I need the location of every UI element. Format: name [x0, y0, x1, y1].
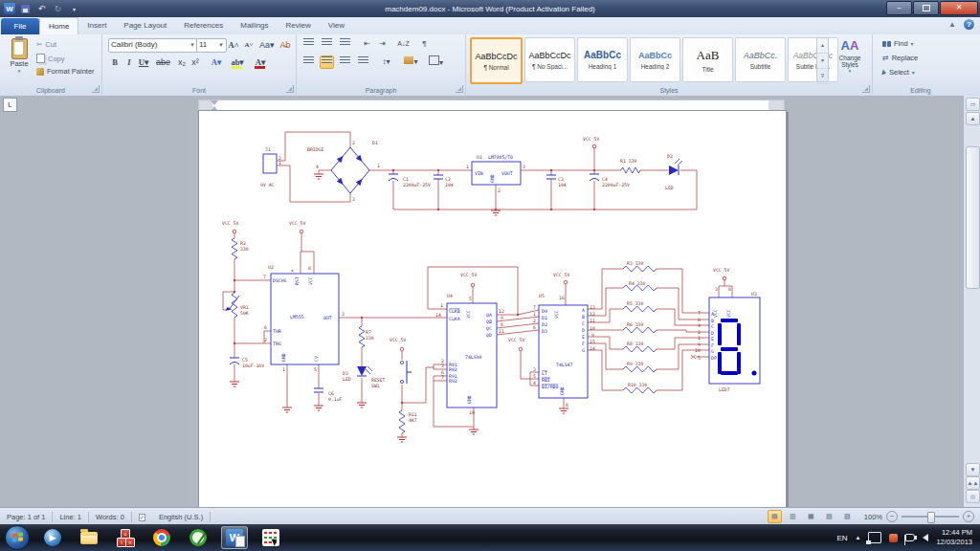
- paste-button[interactable]: Paste ▾: [4, 37, 34, 83]
- previous-page-button[interactable]: ▲▲: [966, 476, 980, 490]
- proofing-status[interactable]: ✓: [132, 513, 152, 521]
- line-spacing-button[interactable]: ↕▾: [379, 55, 393, 69]
- fullscreen-view-button[interactable]: ▥: [786, 510, 800, 523]
- language-indicator[interactable]: English (U.S.): [152, 513, 210, 521]
- bullets-button[interactable]: [301, 37, 316, 51]
- text-effects-button[interactable]: A▾: [210, 55, 223, 69]
- audio-app-icon[interactable]: [889, 534, 898, 542]
- taskbar-green-app[interactable]: [185, 526, 212, 549]
- taskbar-keyboard-app[interactable]: uin: [112, 526, 139, 549]
- web-layout-view-button[interactable]: ▦: [804, 510, 818, 523]
- line-indicator[interactable]: Line: 1: [53, 513, 88, 521]
- tab-mailings[interactable]: Mailings: [232, 17, 277, 33]
- minimize-button[interactable]: –: [886, 1, 912, 15]
- borders-button[interactable]: ▾: [429, 55, 443, 69]
- select-browse-object-button[interactable]: ◎: [966, 490, 980, 503]
- justify-button[interactable]: [356, 55, 370, 69]
- clipboard-dialog-launcher[interactable]: [92, 85, 100, 93]
- numbering-button[interactable]: [320, 37, 334, 51]
- word-app-icon[interactable]: W: [4, 3, 15, 14]
- undo-button[interactable]: ↶: [35, 3, 48, 14]
- style-chip-title[interactable]: AaBTitle: [682, 37, 733, 82]
- show-marks-button[interactable]: ¶: [417, 37, 432, 51]
- scroll-up-button[interactable]: ▲: [966, 112, 980, 125]
- taskbar-schematic-app[interactable]: [257, 526, 284, 549]
- scroll-down-button[interactable]: ▼: [966, 463, 980, 476]
- help-button[interactable]: ?: [964, 19, 974, 30]
- replace-button[interactable]: ⇄ Replace: [882, 54, 918, 62]
- style-chip-h1[interactable]: AaBbCcHeading 1: [577, 37, 628, 82]
- align-right-button[interactable]: [338, 55, 352, 69]
- page-indicator[interactable]: Page: 1 of 1: [0, 513, 52, 521]
- multilevel-list-button[interactable]: [338, 37, 352, 51]
- document-page[interactable]: J19V AC21BRIDGED14213C12200uF-25VC2104U1…: [198, 110, 787, 509]
- vertical-scrollbar[interactable]: ▭ ▲ ▼ ▲▲ ◎: [963, 96, 980, 507]
- tab-review[interactable]: Review: [278, 17, 320, 33]
- format-painter-button[interactable]: Format Painter: [36, 67, 95, 76]
- draft-view-button[interactable]: ▨: [840, 510, 855, 523]
- zoom-slider[interactable]: [902, 516, 959, 518]
- highlight-button[interactable]: ab▾: [231, 55, 244, 69]
- start-button[interactable]: [5, 525, 30, 550]
- find-button[interactable]: Find▾: [882, 39, 914, 48]
- tab-view[interactable]: View: [320, 17, 353, 33]
- paragraph-dialog-launcher[interactable]: [456, 85, 463, 93]
- tab-insert[interactable]: Insert: [78, 17, 115, 33]
- taskbar-explorer[interactable]: [76, 526, 102, 549]
- network-icon[interactable]: [868, 532, 881, 543]
- style-chip-normal[interactable]: AaBbCcDc¶ Normal: [470, 37, 523, 84]
- shading-button[interactable]: ▾: [404, 55, 418, 69]
- scrollbar-thumb[interactable]: [966, 146, 980, 289]
- taskbar-word-active[interactable]: W: [221, 526, 248, 549]
- italic-button[interactable]: I: [122, 55, 136, 69]
- tab-references[interactable]: References: [175, 17, 232, 33]
- subscript-button[interactable]: x₂: [175, 55, 189, 69]
- zoom-in-button[interactable]: +: [963, 511, 974, 522]
- font-dialog-launcher[interactable]: [286, 85, 294, 93]
- font-family-combo[interactable]: Calibri (Body)▼: [108, 38, 198, 53]
- underline-button[interactable]: U▾: [137, 55, 150, 69]
- volume-icon[interactable]: [923, 534, 928, 541]
- increase-indent-button[interactable]: ⇥: [375, 37, 390, 51]
- save-button[interactable]: [19, 3, 32, 14]
- first-line-indent-marker[interactable]: [211, 100, 218, 105]
- outline-view-button[interactable]: ▧: [822, 510, 836, 523]
- superscript-button[interactable]: x²: [189, 55, 202, 69]
- redo-button[interactable]: ↻: [52, 3, 64, 14]
- align-left-button[interactable]: [301, 55, 316, 69]
- zoom-slider-thumb[interactable]: [927, 512, 935, 523]
- sort-button[interactable]: A↓Z: [396, 37, 411, 51]
- decrease-indent-button[interactable]: ⇤: [360, 37, 374, 51]
- close-button[interactable]: ✕: [940, 1, 978, 15]
- view-ruler-toggle[interactable]: ▭: [966, 98, 980, 111]
- qat-customize-button[interactable]: ▾: [68, 3, 80, 14]
- strikethrough-button[interactable]: abe: [156, 55, 169, 69]
- grow-font-button[interactable]: A˄: [227, 38, 240, 52]
- tab-home[interactable]: Home: [39, 17, 78, 34]
- align-center-button[interactable]: [320, 55, 334, 69]
- taskbar-chrome[interactable]: [148, 526, 175, 549]
- bold-button[interactable]: B: [108, 55, 122, 69]
- taskbar-media-player[interactable]: ▶: [39, 526, 66, 549]
- style-gallery-scroll[interactable]: ▲▼⊽: [816, 37, 829, 82]
- language-tray[interactable]: EN: [836, 534, 847, 542]
- styles-dialog-launcher[interactable]: [862, 85, 870, 93]
- cut-button[interactable]: ✂ Cut: [36, 40, 56, 49]
- style-chip-sub[interactable]: AaBbCc.Subtitle: [735, 37, 786, 82]
- font-size-combo[interactable]: 11▼: [196, 38, 227, 53]
- minimize-ribbon-icon[interactable]: ▲: [948, 20, 956, 29]
- word-count[interactable]: Words: 0: [89, 513, 131, 521]
- tab-file[interactable]: File: [1, 18, 39, 34]
- select-button[interactable]: Select▾: [882, 68, 915, 77]
- change-styles-button[interactable]: AA Change Styles▾: [831, 37, 869, 81]
- schematic-figure[interactable]: J19V AC21BRIDGED14213C12200uF-25VC2104U1…: [199, 111, 786, 508]
- tray-clock[interactable]: 12:44 PM 12/03/2013: [936, 528, 972, 547]
- tray-expand-icon[interactable]: ▲: [856, 535, 861, 540]
- restore-button[interactable]: [913, 1, 939, 15]
- style-chip-h2[interactable]: AaBbCcHeading 2: [630, 37, 680, 82]
- clear-formatting-button[interactable]: A̶b: [278, 38, 292, 52]
- font-color-button[interactable]: A▾: [254, 55, 267, 69]
- change-case-button[interactable]: Aa▾: [259, 38, 273, 52]
- print-layout-view-button[interactable]: ▤: [768, 510, 782, 523]
- copy-button[interactable]: Copy: [36, 54, 65, 63]
